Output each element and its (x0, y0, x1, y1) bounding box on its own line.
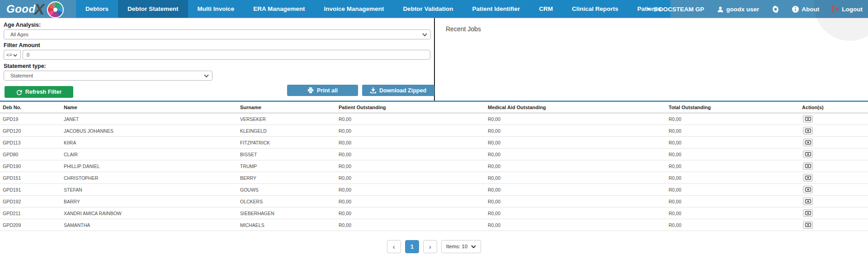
cell-deb-no: GPD120 (0, 128, 61, 134)
statement-type-label: Statement type: (4, 63, 430, 69)
column-header-medical-aid-outstanding: Medical Aid Outstanding (485, 105, 666, 110)
cell-actions (799, 174, 868, 182)
nav-tab-era-management[interactable]: ERA Management (244, 0, 314, 18)
column-header-action-s-: Action(s) (799, 105, 868, 110)
recent-jobs-panel: Recent Jobs (435, 18, 868, 101)
view-statement-button[interactable] (803, 174, 813, 182)
gear-icon (772, 5, 779, 13)
cell-deb-no: GPD191 (0, 187, 61, 192)
cell-patient-outstanding: R0,00 (336, 175, 485, 181)
table-row: GPD209SAMANTHAMICHAELSR0,00R0,00R0,00 (0, 219, 868, 231)
cell-name: BARRY (61, 199, 237, 204)
cell-name: STEFAN (61, 187, 237, 192)
cell-deb-no: GPD151 (0, 175, 61, 181)
filter-operator-select[interactable]: <= (4, 50, 21, 60)
cell-deb-no: GPD113 (0, 140, 61, 145)
cell-medical-aid-outstanding: R0,00 (485, 222, 666, 228)
cell-total-outstanding: R0,00 (666, 128, 799, 134)
refresh-filter-button[interactable]: Refresh Filter (5, 86, 73, 98)
content-area: Age Analysis: All Ages Filter Amount <= … (0, 18, 868, 101)
cell-total-outstanding: R0,00 (666, 140, 799, 145)
money-bill-icon (805, 223, 811, 227)
cell-surname: SIEBERHAGEN (237, 211, 336, 216)
column-header-name: Name (61, 105, 237, 110)
cell-medical-aid-outstanding: R0,00 (485, 140, 666, 145)
cell-medical-aid-outstanding: R0,00 (485, 152, 666, 157)
cell-patient-outstanding: R0,00 (336, 140, 485, 145)
print-all-button[interactable]: Print all (287, 85, 358, 96)
recent-jobs-title: Recent Jobs (446, 25, 481, 33)
view-statement-button[interactable] (803, 150, 813, 158)
user-menu[interactable]: goodx user (717, 6, 760, 13)
items-per-page-select[interactable]: Items: 10 (441, 240, 481, 253)
refresh-icon (16, 89, 22, 95)
cell-medical-aid-outstanding: R0,00 (485, 128, 666, 134)
money-bill-icon (805, 152, 811, 156)
logo-text-good: Good (6, 3, 36, 15)
caret-down-icon (646, 7, 651, 11)
chevron-down-icon (13, 52, 17, 58)
nav-tab-invoice-management[interactable]: Invoice Management (315, 0, 394, 18)
nav-tab-crm[interactable]: CRM (529, 0, 562, 18)
age-analysis-select[interactable]: All Ages (4, 29, 431, 39)
logout-icon (832, 6, 839, 12)
nav-tab-debtor-validation[interactable]: Debtor Validation (393, 0, 462, 18)
prev-page-button[interactable]: ‹ (387, 240, 401, 253)
cell-actions (799, 197, 868, 205)
statement-type-select[interactable]: Statement (4, 71, 212, 81)
next-page-button[interactable]: › (423, 240, 437, 253)
money-bill-icon (805, 199, 811, 203)
download-icon (370, 87, 376, 93)
table-row: GPD80CLAIRBISSETR0,00R0,00R0,00 (0, 149, 868, 160)
money-bill-icon (805, 188, 811, 192)
cell-deb-no: GPD211 (0, 211, 61, 216)
table-body: GPD19JANETVERSEKERR0,00R0,00R0,00GPD120J… (0, 113, 868, 231)
print-actions: Print all Download Zipped (287, 85, 434, 96)
money-bill-icon (805, 211, 811, 215)
nav-tab-debtor-statement[interactable]: Debtor Statement (118, 0, 188, 18)
app-logo[interactable]: GoodX (0, 0, 76, 18)
money-bill-icon (805, 129, 811, 133)
view-statement-button[interactable] (803, 197, 813, 205)
table-row: GPD151CHRISTOPHERBERRYR0,00R0,00R0,00 (0, 172, 868, 184)
about-link[interactable]: About (792, 6, 819, 13)
table-row: GPD211XANDRI AMICA RAINBOWSIEBERHAGENR0,… (0, 207, 868, 219)
pagination: ‹ 1 › Items: 10 (0, 236, 868, 255)
practice-selector[interactable]: 1-DOCSTEAM GP (646, 6, 704, 13)
cell-name: SAMANTHA (61, 222, 237, 228)
cell-name: XANDRI AMICA RAINBOW (61, 211, 237, 216)
cell-surname: OLCKERS (237, 199, 336, 204)
view-statement-button[interactable] (803, 209, 813, 217)
view-statement-button[interactable] (803, 162, 813, 170)
logout-button[interactable]: Logout (832, 6, 863, 13)
cell-medical-aid-outstanding: R0,00 (485, 164, 666, 169)
cell-name: JANET (61, 116, 237, 122)
nav-tab-multi-invoice[interactable]: Multi Invoice (188, 0, 244, 18)
settings-button[interactable] (772, 5, 779, 13)
page-1-button[interactable]: 1 (405, 240, 419, 253)
cell-name: CHRISTOPHER (61, 175, 237, 181)
view-statement-button[interactable] (803, 186, 813, 193)
nav-tab-patient-identifier[interactable]: Patient Identifier (462, 0, 529, 18)
nav-tab-debtors[interactable]: Debtors (76, 0, 118, 18)
filter-amount-row: <= (4, 50, 430, 60)
cell-surname: VERSEKER (237, 116, 336, 122)
cell-medical-aid-outstanding: R0,00 (485, 187, 666, 192)
age-analysis-label: Age Analysis: (4, 22, 430, 28)
view-statement-button[interactable] (803, 221, 813, 229)
logo-text-x: X (34, 2, 45, 16)
user-name: goodx user (726, 6, 760, 13)
view-statement-button[interactable] (803, 139, 813, 146)
cell-patient-outstanding: R0,00 (336, 199, 485, 204)
cell-total-outstanding: R0,00 (666, 222, 799, 228)
view-statement-button[interactable] (803, 127, 813, 135)
column-header-patient-outstanding: Patient Outstanding (336, 105, 485, 110)
download-zipped-button[interactable]: Download Zipped (362, 85, 434, 96)
cell-deb-no: GPD190 (0, 164, 61, 169)
nav-tab-clinical-reports[interactable]: Clinical Reports (562, 0, 628, 18)
cell-medical-aid-outstanding: R0,00 (485, 116, 666, 122)
filter-amount-input[interactable] (23, 50, 430, 60)
column-header-deb-no-: Deb No. (0, 105, 61, 110)
view-statement-button[interactable] (803, 115, 813, 123)
cell-actions (799, 139, 868, 146)
